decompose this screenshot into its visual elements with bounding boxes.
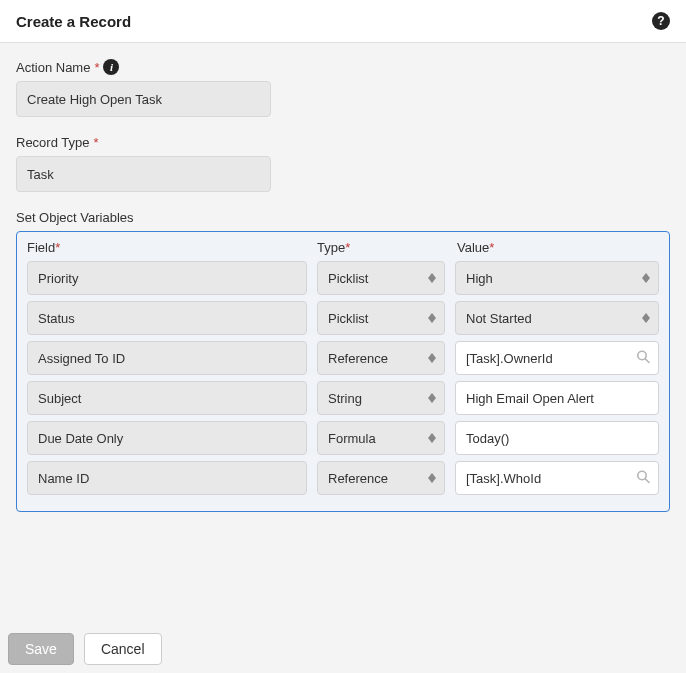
- type-select[interactable]: Reference: [317, 461, 445, 495]
- type-select-value: Reference: [328, 351, 388, 366]
- variables-panel: Field* Type* Value* PriorityPicklistHigh…: [16, 231, 670, 512]
- required-marker: *: [55, 240, 60, 255]
- type-select-value: Picklist: [328, 311, 368, 326]
- variable-row: Assigned To IDReference[Task].OwnerId: [27, 341, 659, 375]
- field-select[interactable]: Status: [27, 301, 307, 335]
- record-type-group: Record Type *: [16, 135, 670, 192]
- type-select-value: Picklist: [328, 271, 368, 286]
- sort-arrows-icon: [642, 313, 650, 323]
- svg-line-1: [645, 359, 649, 363]
- value-lookup[interactable]: [Task].WhoId: [455, 461, 659, 495]
- col-header-type: Type*: [317, 240, 457, 255]
- value-cell: [Task].OwnerId: [455, 341, 659, 375]
- value-cell: Today(): [455, 421, 659, 455]
- required-marker: *: [94, 60, 99, 75]
- col-header-type-text: Type: [317, 240, 345, 255]
- value-text: [Task].OwnerId: [466, 351, 553, 366]
- field-cell: Assigned To ID: [27, 341, 307, 375]
- field-select-value: Name ID: [38, 471, 89, 486]
- value-cell: High Email Open Alert: [455, 381, 659, 415]
- type-select-value: Reference: [328, 471, 388, 486]
- page-title: Create a Record: [16, 13, 131, 30]
- field-cell: Subject: [27, 381, 307, 415]
- variable-row: PriorityPicklistHigh: [27, 261, 659, 295]
- required-marker: *: [489, 240, 494, 255]
- field-cell: Due Date Only: [27, 421, 307, 455]
- field-cell: Name ID: [27, 461, 307, 495]
- value-select[interactable]: High: [455, 261, 659, 295]
- type-cell: Picklist: [317, 301, 445, 335]
- info-icon[interactable]: i: [103, 59, 119, 75]
- sort-arrows-icon: [428, 393, 436, 403]
- action-name-label-text: Action Name: [16, 60, 90, 75]
- action-name-label: Action Name * i: [16, 59, 670, 75]
- sort-arrows-icon: [642, 273, 650, 283]
- value-lookup[interactable]: [Task].OwnerId: [455, 341, 659, 375]
- field-select-value: Due Date Only: [38, 431, 123, 446]
- variables-body: PriorityPicklistHighStatusPicklistNot St…: [17, 261, 669, 511]
- type-select[interactable]: Reference: [317, 341, 445, 375]
- value-cell: Not Started: [455, 301, 659, 335]
- value-select[interactable]: Not Started: [455, 301, 659, 335]
- record-type-input[interactable]: [16, 156, 271, 192]
- svg-line-3: [645, 479, 649, 483]
- variable-row: SubjectStringHigh Email Open Alert: [27, 381, 659, 415]
- field-select-value: Assigned To ID: [38, 351, 125, 366]
- required-marker: *: [345, 240, 350, 255]
- sort-arrows-icon: [428, 433, 436, 443]
- value-input[interactable]: High Email Open Alert: [455, 381, 659, 415]
- field-select[interactable]: Name ID: [27, 461, 307, 495]
- field-select-value: Priority: [38, 271, 78, 286]
- value-input[interactable]: Today(): [455, 421, 659, 455]
- sort-arrows-icon: [428, 473, 436, 483]
- save-button[interactable]: Save: [8, 633, 74, 665]
- type-cell: String: [317, 381, 445, 415]
- value-text: Today(): [466, 431, 509, 446]
- col-header-value: Value*: [457, 240, 659, 255]
- type-select[interactable]: String: [317, 381, 445, 415]
- search-icon: [636, 350, 650, 367]
- col-header-field: Field*: [27, 240, 317, 255]
- field-select-value: Subject: [38, 391, 81, 406]
- col-header-value-text: Value: [457, 240, 489, 255]
- field-select-value: Status: [38, 311, 75, 326]
- help-icon[interactable]: ?: [652, 12, 670, 30]
- variables-header: Field* Type* Value*: [17, 232, 669, 261]
- sort-arrows-icon: [428, 273, 436, 283]
- col-header-field-text: Field: [27, 240, 55, 255]
- field-cell: Status: [27, 301, 307, 335]
- field-select[interactable]: Subject: [27, 381, 307, 415]
- value-text: Not Started: [466, 311, 532, 326]
- value-text: High Email Open Alert: [466, 391, 594, 406]
- record-type-label: Record Type *: [16, 135, 670, 150]
- variable-row: Due Date OnlyFormulaToday(): [27, 421, 659, 455]
- type-cell: Picklist: [317, 261, 445, 295]
- type-select[interactable]: Formula: [317, 421, 445, 455]
- field-cell: Priority: [27, 261, 307, 295]
- value-text: High: [466, 271, 493, 286]
- sort-arrows-icon: [428, 313, 436, 323]
- value-text: [Task].WhoId: [466, 471, 541, 486]
- action-name-group: Action Name * i: [16, 59, 670, 117]
- type-select-value: Formula: [328, 431, 376, 446]
- sort-arrows-icon: [428, 353, 436, 363]
- variable-row: StatusPicklistNot Started: [27, 301, 659, 335]
- type-select[interactable]: Picklist: [317, 261, 445, 295]
- action-name-input[interactable]: [16, 81, 271, 117]
- record-type-label-text: Record Type: [16, 135, 89, 150]
- variables-section-label: Set Object Variables: [16, 210, 670, 225]
- variable-row: Name IDReference[Task].WhoId: [27, 461, 659, 495]
- field-select[interactable]: Assigned To ID: [27, 341, 307, 375]
- value-cell: [Task].WhoId: [455, 461, 659, 495]
- form-content: Action Name * i Record Type * Set Object…: [0, 43, 686, 528]
- page-header: Create a Record ?: [0, 0, 686, 43]
- search-icon: [636, 470, 650, 487]
- type-select-value: String: [328, 391, 362, 406]
- field-select[interactable]: Priority: [27, 261, 307, 295]
- required-marker: *: [93, 135, 98, 150]
- field-select[interactable]: Due Date Only: [27, 421, 307, 455]
- type-cell: Reference: [317, 461, 445, 495]
- cancel-button[interactable]: Cancel: [84, 633, 162, 665]
- type-select[interactable]: Picklist: [317, 301, 445, 335]
- type-cell: Reference: [317, 341, 445, 375]
